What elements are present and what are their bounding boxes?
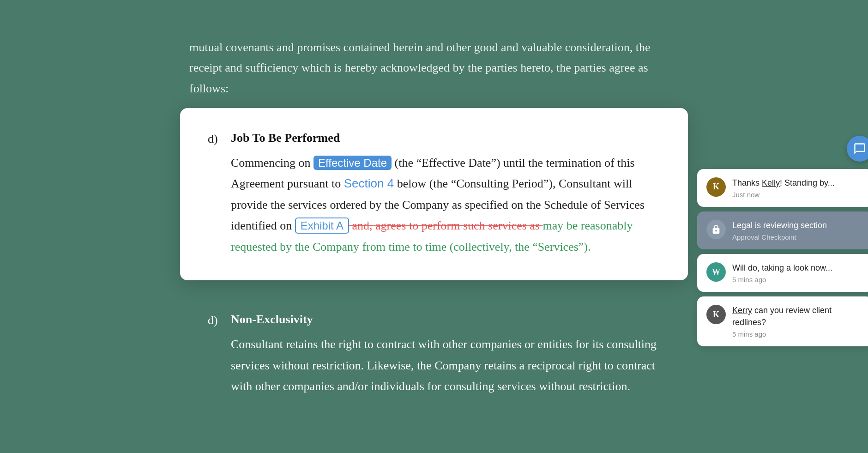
avatar-lock-2 [706,220,726,239]
comment-message-3: Will do, taking a look now... [732,262,863,274]
exhibit-a-tag[interactable]: Exhibit A [295,217,349,234]
section-body-non-excl: Consultant retains the right to contract… [231,334,660,397]
avatar-3: W [706,262,726,282]
intro-text: mutual covenants and promises contained … [180,37,688,108]
comment-bubble-button[interactable] [847,136,868,162]
section-letter-d1: d) [208,131,222,258]
comment-time-3: 5 mins ago [732,276,863,284]
section-body-job: Commencing on Effective Date (the “Effec… [231,152,660,258]
chat-icon [853,142,866,155]
comment-text-2: Legal is reviewing section Approval Chec… [732,220,863,241]
section-content-job: Job To Be Performed Commencing on Effect… [231,131,660,258]
section-4-link[interactable]: Section 4 [344,176,394,190]
body-before-effective: Commencing on [231,156,313,169]
section-non-exclusivity: d) Non-Exclusivity Consultant retains th… [180,294,688,416]
comments-panel: K Thanks Kelly! Standing by... Just now … [697,136,868,346]
comment-card-2: Legal is reviewing section Approval Chec… [697,211,868,249]
document-card-job: d) Job To Be Performed Commencing on Eff… [180,108,688,281]
avatar-4: K [706,305,726,324]
comment-card-1: K Thanks Kelly! Standing by... Just now [697,169,868,207]
comment-message-2: Legal is reviewing section [732,220,863,231]
comment-text-1: Thanks Kelly! Standing by... Just now [732,177,863,199]
comment-card-4: K Kerry can you review client redlines? … [697,296,868,346]
comment-time-1: Just now [732,191,863,199]
section-content-non-excl: Non-Exclusivity Consultant retains the r… [231,313,660,397]
comment-card-3: W Will do, taking a look now... 5 mins a… [697,254,868,292]
section-title-job: Job To Be Performed [231,131,660,145]
section-letter-d2: d) [208,313,222,397]
avatar-1: K [706,177,726,197]
comment-time-4: 5 mins ago [732,330,863,338]
section-title-non-excl: Non-Exclusivity [231,313,660,326]
body-strikethrough: and, agrees to perform such services as [349,219,542,232]
comment-text-3: Will do, taking a look now... 5 mins ago [732,262,863,284]
comment-subtitle-2: Approval Checkpoint [732,233,863,241]
effective-date-tag[interactable]: Effective Date [313,156,392,170]
lock-icon [711,224,721,235]
comment-message-1: Thanks Kelly! Standing by... [732,177,863,189]
comment-message-4: Kerry can you review client redlines? [732,305,863,328]
section-job: d) Job To Be Performed Commencing on Eff… [208,131,660,258]
comment-text-4: Kerry can you review client redlines? 5 … [732,305,863,338]
section-non-excl-item: d) Non-Exclusivity Consultant retains th… [208,313,660,397]
